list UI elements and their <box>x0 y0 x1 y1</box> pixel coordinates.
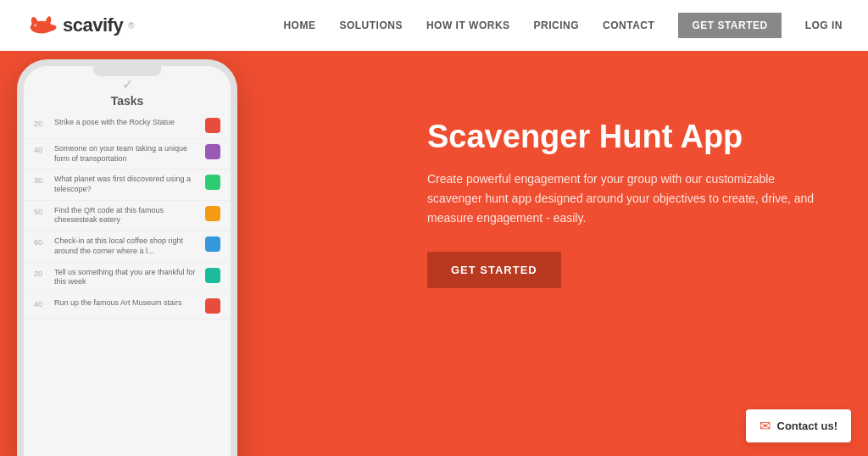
task-num: 20 <box>34 268 49 278</box>
task-item: 40 Someone on your team taking a unique … <box>24 139 231 170</box>
nav-login-button[interactable]: LOG IN <box>805 19 843 31</box>
task-num: 40 <box>34 144 49 154</box>
hero-content: Scavenger Hunt App Create powerful engag… <box>427 119 817 288</box>
task-badge-red <box>205 118 220 133</box>
nav-contact[interactable]: CONTACT <box>603 19 654 31</box>
task-num: 50 <box>34 206 49 216</box>
phone-mockup: ✓ Tasks 20 Strike a pose with the Rocky … <box>0 51 263 456</box>
hero-description: Create powerful engagement for your grou… <box>427 170 817 228</box>
task-text: Check-in at this local coffee shop right… <box>54 236 200 256</box>
phone-screen: ✓ Tasks 20 Strike a pose with the Rocky … <box>24 66 231 456</box>
header: scavify® HOME SOLUTIONS HOW IT WORKS PRI… <box>0 0 868 51</box>
email-icon: ✉ <box>760 418 771 434</box>
main-nav: HOME SOLUTIONS HOW IT WORKS PRICING CONT… <box>283 13 843 38</box>
task-text: Someone on your team taking a unique for… <box>54 144 200 164</box>
phone-notch <box>93 66 161 76</box>
task-badge-yellow <box>205 206 220 221</box>
task-num: 20 <box>34 118 49 128</box>
task-item: 20 Tell us something that you are thankf… <box>24 263 231 293</box>
nav-how-it-works[interactable]: HOW IT WORKS <box>426 19 510 31</box>
task-badge-green <box>205 175 220 190</box>
nav-solutions[interactable]: SOLUTIONS <box>339 19 403 31</box>
task-num: 40 <box>34 298 49 309</box>
task-text: Run up the famous Art Museum stairs <box>54 298 200 309</box>
phone-device: ✓ Tasks 20 Strike a pose with the Rocky … <box>17 59 237 456</box>
nav-home[interactable]: HOME <box>283 19 315 31</box>
task-item: 60 Check-in at this local coffee shop ri… <box>24 231 231 262</box>
hero-section: ✓ Tasks 20 Strike a pose with the Rocky … <box>0 51 868 456</box>
task-item: 30 What planet was first discovered usin… <box>24 170 231 200</box>
nav-get-started-button[interactable]: GET STARTED <box>678 13 781 38</box>
phone-check-icon: ✓ <box>24 76 231 92</box>
logo[interactable]: scavify® <box>25 14 135 36</box>
task-text: Tell us something that you are thankful … <box>54 268 200 287</box>
task-item: 40 Run up the famous Art Museum stairs <box>24 293 231 320</box>
hero-title: Scavenger Hunt App <box>427 119 817 156</box>
task-text: What planet was first discovered using a… <box>54 175 200 194</box>
phone-tasks-title: Tasks <box>24 94 231 108</box>
task-num: 30 <box>34 175 49 185</box>
logo-text: scavify <box>63 14 123 36</box>
task-text: Strike a pose with the Rocky Statue <box>54 118 200 128</box>
task-text: Find the QR code at this famous cheesest… <box>54 206 200 225</box>
contact-label: Contact us! <box>777 420 838 432</box>
logo-icon <box>25 16 58 35</box>
task-item: 20 Strike a pose with the Rocky Statue <box>24 113 231 139</box>
task-badge-red-2 <box>205 298 220 314</box>
task-badge-purple <box>205 144 220 159</box>
nav-pricing[interactable]: PRICING <box>534 19 580 31</box>
svg-point-5 <box>35 25 36 25</box>
task-item: 50 Find the QR code at this famous chees… <box>24 201 231 231</box>
task-num: 60 <box>34 236 49 247</box>
task-badge-teal <box>205 268 220 283</box>
contact-widget[interactable]: ✉ Contact us! <box>746 409 852 442</box>
task-badge-blue <box>205 236 220 252</box>
logo-reg: ® <box>128 21 134 31</box>
hero-get-started-button[interactable]: GET STARTED <box>427 252 561 288</box>
